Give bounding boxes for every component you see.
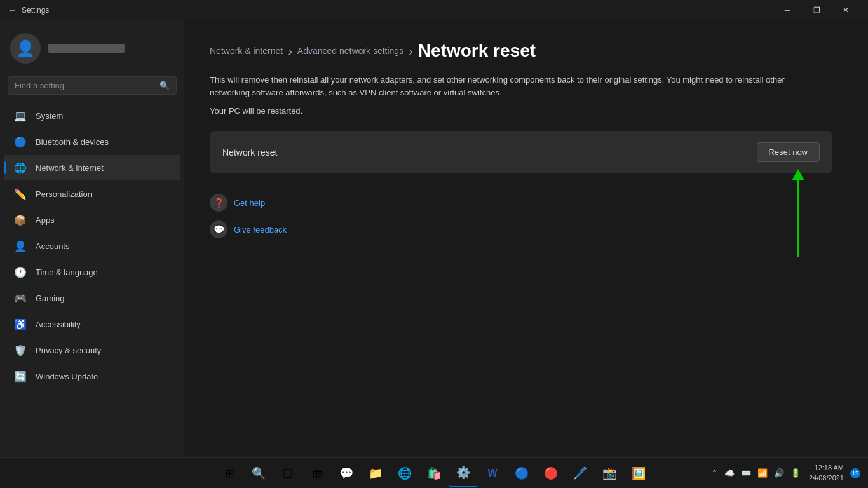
links-section: ❓ Get help 💬 Give feedback bbox=[210, 194, 843, 238]
sidebar-item-accounts[interactable]: 👤Accounts bbox=[4, 233, 180, 259]
clock-time: 12:18 AM bbox=[809, 463, 844, 473]
sidebar-icon-personalization: ✏️ bbox=[14, 187, 27, 200]
sidebar-label-accounts: Accounts bbox=[36, 241, 69, 251]
reset-card: Network reset Reset now bbox=[210, 131, 832, 173]
tray-volume-icon[interactable]: 🔊 bbox=[772, 467, 786, 479]
search-input[interactable] bbox=[15, 81, 154, 90]
sidebar-icon-bluetooth: 🔵 bbox=[14, 135, 27, 148]
sidebar-label-network: Network & internet bbox=[36, 163, 104, 173]
taskbar-chat-button[interactable]: 💬 bbox=[332, 459, 360, 487]
user-section: 👤 bbox=[0, 20, 184, 74]
arrow-line bbox=[797, 180, 799, 257]
user-name-bar bbox=[48, 44, 125, 53]
sidebar-icon-gaming: 🎮 bbox=[14, 292, 27, 304]
title-bar-controls: ─ ❐ ✕ bbox=[773, 0, 860, 20]
sidebar-icon-network: 🌐 bbox=[14, 161, 27, 174]
title-bar-left: ← Settings bbox=[8, 5, 49, 15]
back-icon[interactable]: ← bbox=[8, 5, 17, 15]
get-help-link[interactable]: Get help bbox=[234, 198, 265, 208]
minimize-button[interactable]: ─ bbox=[773, 0, 802, 20]
sidebar-icon-system: 💻 bbox=[14, 109, 27, 122]
sidebar-item-bluetooth[interactable]: 🔵Bluetooth & devices bbox=[4, 129, 180, 154]
tray-keyboard-icon[interactable]: ⌨️ bbox=[739, 467, 753, 479]
get-help-icon: ❓ bbox=[210, 194, 227, 212]
taskbar-search-button[interactable]: 🔍 bbox=[245, 459, 273, 487]
tray-expand-icon[interactable]: ⌃ bbox=[709, 467, 720, 479]
app-container: 👤 🔍 💻System🔵Bluetooth & devices🌐Network … bbox=[0, 20, 868, 458]
taskbar-right: ⌃ ☁️ ⌨️ 📶 🔊 🔋 12:18 AM 24/08/2021 15 bbox=[709, 463, 860, 483]
tray-cloud-icon[interactable]: ☁️ bbox=[722, 467, 736, 479]
breadcrumb-sep-2: › bbox=[409, 44, 413, 58]
sidebar-item-network[interactable]: 🌐Network & internet bbox=[4, 155, 180, 180]
sidebar: 👤 🔍 💻System🔵Bluetooth & devices🌐Network … bbox=[0, 20, 184, 458]
sidebar-item-update[interactable]: 🔄Windows Update bbox=[4, 363, 180, 389]
title-bar: ← Settings ─ ❐ ✕ bbox=[0, 0, 868, 20]
taskbar-settings-button[interactable]: ⚙️ bbox=[449, 459, 477, 487]
sidebar-item-accessibility[interactable]: ♿Accessibility bbox=[4, 311, 180, 337]
taskbar: ⊞ 🔍 ❑ ▦ 💬 📁 🌐 🛍️ ⚙️ W 🔵 🔴 🖊️ 📸 🖼️ ⌃ ☁️ ⌨… bbox=[0, 458, 868, 488]
give-feedback-link[interactable]: Give feedback bbox=[234, 225, 287, 234]
taskbar-store-button[interactable]: 🛍️ bbox=[420, 459, 448, 487]
breadcrumb-network[interactable]: Network & internet bbox=[210, 46, 283, 56]
nav-list: 💻System🔵Bluetooth & devices🌐Network & in… bbox=[0, 102, 184, 390]
sidebar-label-bluetooth: Bluetooth & devices bbox=[36, 137, 109, 147]
reset-section: Network reset Reset now bbox=[210, 131, 832, 173]
taskbar-app1-button[interactable]: 🖊️ bbox=[566, 459, 594, 487]
breadcrumb-sep-1: › bbox=[288, 44, 292, 58]
sidebar-label-system: System bbox=[36, 111, 63, 121]
taskbar-clock[interactable]: 12:18 AM 24/08/2021 bbox=[805, 463, 848, 483]
sidebar-label-privacy: Privacy & security bbox=[36, 346, 101, 355]
sidebar-item-system[interactable]: 💻System bbox=[4, 103, 180, 128]
green-arrow bbox=[792, 169, 804, 257]
sidebar-item-personalization[interactable]: ✏️Personalization bbox=[4, 181, 180, 207]
sidebar-item-apps[interactable]: 📦Apps bbox=[4, 207, 180, 233]
close-button[interactable]: ✕ bbox=[831, 0, 860, 20]
taskbar-photos-button[interactable]: 🖼️ bbox=[625, 459, 653, 487]
maximize-button[interactable]: ❐ bbox=[802, 0, 831, 20]
avatar: 👤 bbox=[10, 33, 41, 64]
clock-date: 24/08/2021 bbox=[809, 473, 844, 483]
sidebar-icon-update: 🔄 bbox=[14, 370, 27, 383]
sidebar-label-apps: Apps bbox=[36, 215, 55, 225]
notification-badge[interactable]: 15 bbox=[850, 468, 860, 478]
taskbar-center: ⊞ 🔍 ❑ ▦ 💬 📁 🌐 🛍️ ⚙️ W 🔵 🔴 🖊️ 📸 🖼️ bbox=[215, 459, 653, 487]
tray-battery-icon[interactable]: 🔋 bbox=[789, 467, 803, 479]
search-box[interactable]: 🔍 bbox=[8, 76, 177, 95]
sidebar-item-time[interactable]: 🕐Time & language bbox=[4, 259, 180, 285]
taskbar-start-button[interactable]: ⊞ bbox=[215, 459, 243, 487]
sidebar-item-privacy[interactable]: 🛡️Privacy & security bbox=[4, 337, 180, 363]
taskbar-explorer-button[interactable]: 📁 bbox=[362, 459, 390, 487]
taskbar-taskview-button[interactable]: ❑ bbox=[274, 459, 302, 487]
avatar-icon: 👤 bbox=[16, 39, 35, 57]
reset-card-label: Network reset bbox=[222, 147, 277, 158]
taskbar-studio-button[interactable]: 🔴 bbox=[537, 459, 565, 487]
breadcrumb: Network & internet › Advanced network se… bbox=[210, 41, 843, 61]
sidebar-label-update: Windows Update bbox=[36, 372, 98, 381]
title-bar-title: Settings bbox=[22, 6, 49, 15]
reset-now-button[interactable]: Reset now bbox=[757, 142, 820, 162]
taskbar-chrome-button[interactable]: 🔵 bbox=[508, 459, 536, 487]
breadcrumb-advanced[interactable]: Advanced network settings bbox=[297, 46, 403, 56]
taskbar-widgets-button[interactable]: ▦ bbox=[303, 459, 331, 487]
search-icon: 🔍 bbox=[159, 81, 170, 90]
sidebar-label-time: Time & language bbox=[36, 268, 98, 277]
restart-notice: Your PC will be restarted. bbox=[210, 106, 843, 116]
sidebar-icon-apps: 📦 bbox=[14, 214, 27, 226]
sidebar-icon-accounts: 👤 bbox=[14, 240, 27, 252]
sidebar-label-accessibility: Accessibility bbox=[36, 320, 81, 329]
get-help-row[interactable]: ❓ Get help bbox=[210, 194, 843, 212]
taskbar-word-button[interactable]: W bbox=[478, 459, 506, 487]
description-text: This will remove then reinstall all your… bbox=[210, 74, 820, 98]
sidebar-item-gaming[interactable]: 🎮Gaming bbox=[4, 285, 180, 311]
sidebar-label-gaming: Gaming bbox=[36, 294, 65, 303]
give-feedback-row[interactable]: 💬 Give feedback bbox=[210, 220, 843, 238]
tray-wifi-icon[interactable]: 📶 bbox=[756, 467, 770, 479]
give-feedback-icon: 💬 bbox=[210, 220, 227, 238]
sidebar-icon-privacy: 🛡️ bbox=[14, 344, 27, 356]
sidebar-icon-accessibility: ♿ bbox=[14, 318, 27, 330]
taskbar-edge-button[interactable]: 🌐 bbox=[391, 459, 419, 487]
arrow-head bbox=[792, 169, 804, 180]
taskbar-app2-button[interactable]: 📸 bbox=[595, 459, 623, 487]
sidebar-label-personalization: Personalization bbox=[36, 189, 92, 199]
sidebar-icon-time: 🕐 bbox=[14, 266, 27, 278]
